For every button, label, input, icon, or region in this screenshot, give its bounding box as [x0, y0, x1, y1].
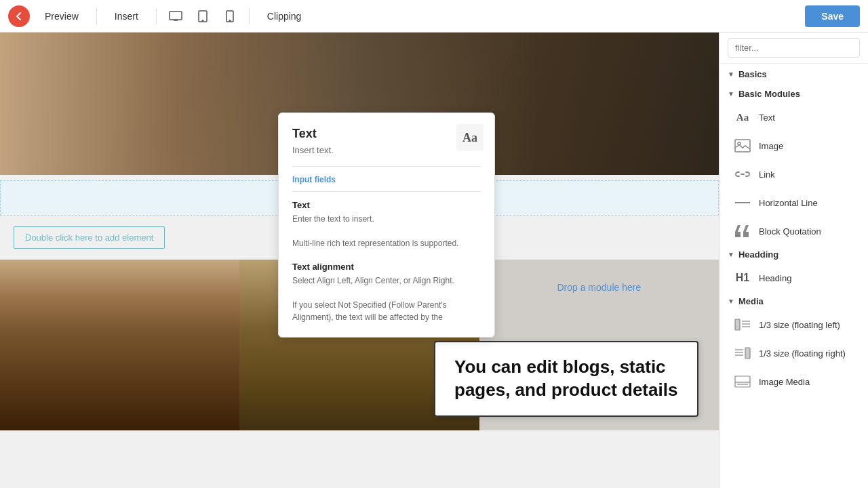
divider-1 — [96, 8, 97, 24]
sidebar-subsection-headding[interactable]: ▼ Headding — [719, 245, 868, 264]
divider-3 — [249, 8, 250, 24]
sidebar-item-block-quotation-label: Block Quotation — [759, 226, 821, 237]
popup-subtitle: Insert text. — [292, 145, 481, 155]
svg-point-4 — [202, 20, 203, 21]
drop-zone-2[interactable]: Drop a module here — [479, 270, 719, 304]
svg-rect-17 — [735, 376, 750, 387]
popup-divider — [292, 166, 481, 167]
sidebar-item-third-right-label: 1/3 size (floating right) — [759, 348, 846, 359]
sidebar-filter-input[interactable] — [728, 38, 860, 58]
sidebar: ▼ Basics ▼ Basic Modules Aa Text — [719, 33, 868, 488]
tooltip-box: You can edit blogs, static pages, and pr… — [434, 341, 698, 417]
popup-field2-desc2: If you select Not Specified (Follow Pare… — [292, 299, 481, 323]
sidebar-item-text[interactable]: Aa Text — [724, 103, 864, 131]
sidebar-subsection-basic-modules[interactable]: ▼ Basic Modules — [719, 85, 868, 103]
heading-icon: H1 — [733, 268, 752, 287]
add-element-button[interactable]: Double click here to add element — [14, 226, 165, 249]
sidebar-item-image-media[interactable]: Image Media — [724, 367, 864, 396]
sidebar-item-link[interactable]: Link — [724, 160, 864, 188]
popup-field2-title: Text alignment — [292, 262, 481, 272]
basic-modules-label: Basic Modules — [738, 89, 800, 99]
sidebar-section-basics: ▼ Basics ▼ Basic Modules Aa Text — [719, 64, 868, 396]
popup-divider-2 — [292, 191, 481, 192]
clipping-button[interactable]: Clipping — [258, 7, 311, 26]
sidebar-item-image[interactable]: Image — [724, 131, 864, 160]
quote-icon — [733, 222, 752, 241]
image-media-icon — [733, 372, 752, 391]
sidebar-subsection-media[interactable]: ▼ Media — [719, 292, 868, 310]
back-button[interactable] — [8, 5, 30, 27]
sidebar-item-third-right[interactable]: 1/3 size (floating right) — [724, 339, 864, 367]
popup-field1-desc2: Multi-line rich text representation is s… — [292, 237, 481, 249]
sidebar-item-image-media-label: Image Media — [759, 377, 810, 387]
basics-label: Basics — [738, 69, 767, 79]
sidebar-item-third-left-label: 1/3 size (floating left) — [759, 320, 840, 330]
text-module-popup: Text Insert text. Aa Input fields Text E… — [278, 113, 495, 338]
basic-modules-chevron-icon: ▼ — [728, 90, 734, 98]
sidebar-item-heading[interactable]: H1 Heading — [724, 264, 864, 292]
insert-button[interactable]: Insert — [105, 7, 148, 26]
media-chevron-icon: ▼ — [728, 298, 734, 305]
basics-chevron-icon: ▼ — [728, 70, 734, 78]
mobile-view-button[interactable] — [219, 5, 241, 27]
sidebar-item-third-left[interactable]: 1/3 size (floating left) — [724, 310, 864, 339]
sidebar-item-hr[interactable]: Horizontal Line — [724, 188, 864, 217]
svg-rect-13 — [745, 348, 750, 359]
tooltip-text: You can edit blogs, static pages, and pr… — [454, 356, 678, 402]
desktop-view-button[interactable] — [165, 5, 186, 27]
sidebar-item-text-label: Text — [759, 113, 775, 123]
popup-field1-desc1: Enter the text to insert. — [292, 213, 481, 225]
canvas: Drop a module here Double click here to … — [0, 33, 719, 488]
popup-field1-title: Text — [292, 200, 481, 210]
sidebar-item-hr-label: Horizontal Line — [759, 198, 818, 208]
toolbar: Preview Insert Clipping Save — [0, 0, 868, 33]
image-cell-1 — [0, 260, 239, 430]
svg-point-6 — [229, 20, 231, 21]
popup-field2-desc1: Select Align Left, Align Center, or Alig… — [292, 274, 481, 287]
sidebar-section-basics-header[interactable]: ▼ Basics — [719, 64, 868, 85]
headding-label: Headding — [738, 249, 778, 260]
sidebar-item-image-label: Image — [759, 141, 783, 151]
headding-chevron-icon: ▼ — [728, 251, 734, 258]
text-icon: Aa — [733, 108, 752, 127]
popup-icon: Aa — [456, 124, 484, 151]
layout-left-icon — [733, 315, 752, 334]
link-icon — [733, 165, 752, 184]
svg-rect-9 — [735, 319, 740, 330]
layout-right-icon — [733, 344, 752, 363]
popup-title: Text — [292, 127, 481, 141]
preview-button[interactable]: Preview — [35, 7, 88, 26]
sidebar-item-heading-label: Heading — [759, 273, 791, 283]
media-label: Media — [738, 296, 764, 306]
drop-zone-2-link[interactable]: Drop a module here — [557, 282, 641, 293]
popup-section-label: Input fields — [292, 175, 481, 184]
hr-icon — [733, 193, 752, 212]
main-area: Drop a module here Double click here to … — [0, 33, 868, 488]
tablet-view-button[interactable] — [192, 5, 214, 27]
sidebar-filter-container — [719, 33, 868, 64]
divider-2 — [156, 8, 157, 24]
svg-rect-0 — [170, 12, 182, 20]
image-icon — [733, 136, 752, 155]
sidebar-item-link-label: Link — [759, 169, 775, 180]
save-button[interactable]: Save — [805, 5, 860, 27]
sidebar-item-block-quotation[interactable]: Block Quotation — [724, 217, 864, 245]
